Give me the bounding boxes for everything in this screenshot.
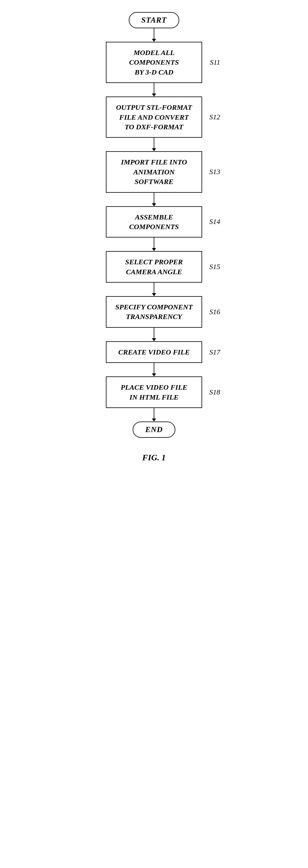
step-s15-row: SELECT PROPERCAMERA ANGLE S15 (70, 251, 238, 283)
connector-6 (152, 283, 156, 296)
step-s11-label: S11 (210, 58, 220, 66)
flowchart: START MODEL ALLCOMPONENTSBY 3-D CAD S11 … (70, 12, 238, 462)
step-s16-label: S16 (209, 308, 220, 316)
step-s11-box: MODEL ALLCOMPONENTSBY 3-D CAD (106, 42, 202, 83)
step-s16-row: SPECIFY COMPONENTTRANSPARENCY S16 (70, 296, 238, 328)
step-s13-box: IMPORT FILE INTOANIMATION SOFTWARE (106, 151, 202, 192)
end-label: END (133, 422, 175, 438)
step-s15-box: SELECT PROPERCAMERA ANGLE (106, 251, 202, 283)
connector-1 (152, 28, 156, 42)
end-node: END (70, 422, 238, 438)
step-s13-row: IMPORT FILE INTOANIMATION SOFTWARE S13 (70, 151, 238, 192)
step-s18-row: PLACE VIDEO FILEIN HTML FILE S18 (70, 376, 238, 408)
step-s11-row: MODEL ALLCOMPONENTSBY 3-D CAD S11 (70, 42, 238, 83)
step-s18-box: PLACE VIDEO FILEIN HTML FILE (106, 376, 202, 408)
connector-2 (152, 83, 156, 96)
connector-8 (152, 363, 156, 376)
start-label: START (129, 12, 179, 28)
figure-caption: FIG. 1 (142, 453, 166, 462)
step-s17-box: CREATE VIDEO FILE (106, 341, 202, 363)
step-s16-box: SPECIFY COMPONENTTRANSPARENCY (106, 296, 202, 328)
connector-3 (152, 138, 156, 151)
step-s12-row: OUTPUT STL-FORMATFILE AND CONVERTTO DXF-… (70, 96, 238, 138)
start-node: START (70, 12, 238, 28)
step-s14-row: ASSEMBLECOMPONENTS S14 (70, 206, 238, 238)
step-s18-label: S18 (209, 388, 220, 396)
connector-5 (152, 238, 156, 251)
connector-9 (152, 408, 156, 422)
step-s12-box: OUTPUT STL-FORMATFILE AND CONVERTTO DXF-… (106, 96, 202, 138)
step-s15-label: S15 (209, 263, 220, 271)
step-s17-label: S17 (209, 348, 220, 356)
connector-7 (152, 328, 156, 341)
connector-4 (152, 193, 156, 206)
step-s14-box: ASSEMBLECOMPONENTS (106, 206, 202, 238)
step-s12-label: S12 (209, 113, 220, 121)
step-s13-label: S13 (209, 168, 220, 176)
step-s17-row: CREATE VIDEO FILE S17 (70, 341, 238, 363)
step-s14-label: S14 (209, 218, 220, 226)
